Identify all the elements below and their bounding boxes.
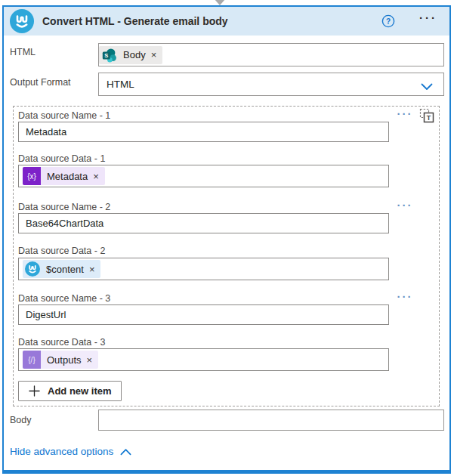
action-title: Convert HTML - Generate email body <box>42 15 228 27</box>
content-token-pill[interactable]: $content × <box>23 260 100 278</box>
item-menu-ellipsis-icon[interactable]: ··· <box>394 107 416 120</box>
switch-to-input-entire-array-icon[interactable]: T <box>418 107 435 124</box>
encodian-logo-icon <box>10 9 34 33</box>
ds-name-value-3: DigestUrl <box>26 309 66 320</box>
item-menu-ellipsis-icon[interactable]: ··· <box>394 290 416 303</box>
token-close-icon[interactable]: × <box>87 354 93 366</box>
token-label: $content <box>46 264 84 275</box>
ds-data-input-2[interactable]: $content × <box>18 258 389 280</box>
token-label: Outputs <box>47 354 82 366</box>
html-input[interactable]: S Body × <box>98 43 444 66</box>
convert-html-action-card: Convert HTML - Generate email body ? ···… <box>2 5 451 474</box>
svg-text:S: S <box>104 52 108 59</box>
ds-data-input-1[interactable]: {x} Metadata × <box>18 165 389 187</box>
ds-name-value-2: Base64ChartData <box>26 218 103 229</box>
help-icon[interactable]: ? <box>381 14 395 28</box>
body-input[interactable] <box>98 410 444 431</box>
ds-name-input-1[interactable]: Metadata <box>18 122 389 142</box>
ds-name-label-3: Data source Name - 3 <box>18 293 110 304</box>
ds-name-input-2[interactable]: Base64ChartData <box>18 213 389 233</box>
chevron-down-icon <box>421 82 433 93</box>
ds-data-label-1: Data source Data - 1 <box>18 153 105 164</box>
token-close-icon[interactable]: × <box>93 171 99 182</box>
ds-name-label-1: Data source Name - 1 <box>18 110 110 121</box>
ds-data-label-2: Data source Data - 2 <box>18 246 105 256</box>
chevron-up-icon <box>120 448 131 456</box>
svg-text:?: ? <box>386 17 391 26</box>
action-card-header[interactable]: Convert HTML - Generate email body ? ··· <box>4 7 449 36</box>
token-close-icon[interactable]: × <box>151 49 157 60</box>
item-menu-ellipsis-icon[interactable]: ··· <box>394 199 416 212</box>
hide-advanced-options-label: Hide advanced options <box>10 446 113 457</box>
outputs-token-pill[interactable]: {/} Outputs × <box>23 351 98 369</box>
token-label: Metadata <box>47 171 88 182</box>
html-field-label: HTML <box>10 47 36 57</box>
output-format-value: HTML <box>107 79 134 90</box>
token-label: Body <box>123 49 146 60</box>
ds-name-label-2: Data source Name - 2 <box>18 202 110 212</box>
ds-data-input-3[interactable]: {/} Outputs × <box>18 348 389 371</box>
metadata-token-pill[interactable]: {x} Metadata × <box>23 167 105 185</box>
body-field-label: Body <box>10 415 32 425</box>
outputs-icon: {/} <box>23 351 41 369</box>
data-sources-array-container: T Data source Name - 1 ··· Metadata Data… <box>13 106 440 406</box>
ds-name-value-1: Metadata <box>26 126 66 138</box>
token-close-icon[interactable]: × <box>89 264 95 275</box>
encodian-icon <box>25 261 40 277</box>
plus-icon <box>29 385 40 397</box>
hide-advanced-options-link[interactable]: Hide advanced options <box>10 446 131 457</box>
variable-icon: {x} <box>23 167 41 185</box>
add-new-item-button[interactable]: Add new item <box>18 381 122 401</box>
svg-text:T: T <box>427 114 431 122</box>
ds-data-label-3: Data source Data - 3 <box>18 337 105 348</box>
flow-action-card-screen: Convert HTML - Generate email body ? ···… <box>0 0 454 476</box>
sharepoint-icon: S <box>102 48 117 63</box>
body-token-pill[interactable]: S Body × <box>99 46 162 64</box>
menu-ellipsis-icon[interactable]: ··· <box>419 11 437 24</box>
add-new-item-label: Add new item <box>48 385 112 397</box>
ds-name-input-3[interactable]: DigestUrl <box>18 304 389 325</box>
flow-connector-arrow-icon <box>214 0 226 5</box>
output-format-label: Output Format <box>10 77 71 88</box>
output-format-select[interactable]: HTML <box>98 73 444 96</box>
